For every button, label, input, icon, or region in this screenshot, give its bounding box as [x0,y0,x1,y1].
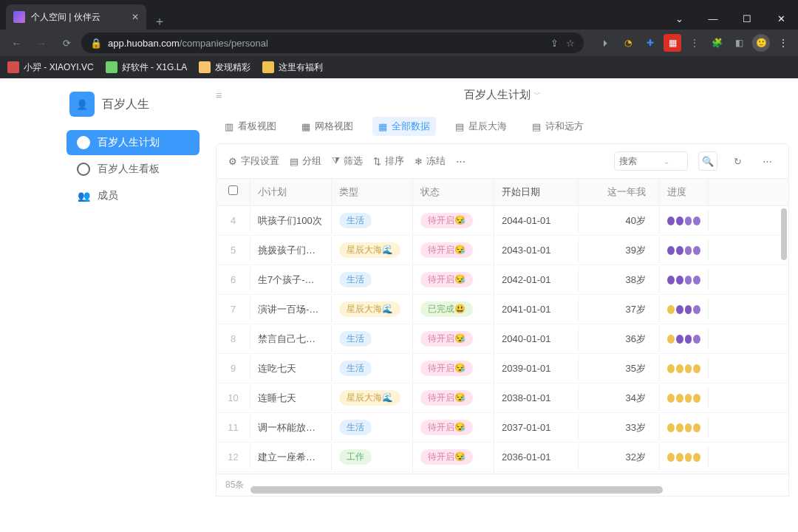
window-minimize-button[interactable]: — [696,7,730,30]
bookmark-label: 好软件 - X1G.LA [122,61,188,74]
new-tab-button[interactable]: ＋ [146,14,173,30]
window-close-button[interactable]: ✕ [764,7,798,30]
window-maximize-button[interactable]: ☐ [730,7,764,30]
lock-icon: 🔒 [90,38,102,49]
bookmark-favicon-icon [106,61,117,73]
bookmark-favicon-icon [262,61,274,73]
ext-icon-3[interactable]: ✚ [641,34,659,52]
share-icon[interactable]: ⇪ [550,38,559,49]
url-text: app.huoban.com/companies/personal [108,38,268,49]
bookmarks-bar: 小羿 - XIAOYI.VC 好软件 - X1G.LA 发现精彩 这里有福利 [0,56,798,78]
tab-favicon-icon [13,11,25,23]
star-icon[interactable]: ☆ [566,38,575,49]
bookmark-item[interactable]: 发现精彩 [199,61,250,74]
avatar-icon[interactable]: 🙂 [752,34,770,52]
address-bar[interactable]: 🔒 app.huoban.com/companies/personal ⇪ ☆ [81,33,584,53]
chevron-down-icon[interactable]: ⌄ [662,7,696,30]
bookmark-item[interactable]: 好软件 - X1G.LA [106,61,188,74]
ext-icon-4[interactable]: ▦ [664,34,681,52]
reload-button[interactable]: ⟳ [56,33,77,53]
bookmark-item[interactable]: 小羿 - XIAOYI.VC [7,61,94,74]
forward-button[interactable]: → [31,33,52,53]
tab-title: 个人空间 | 伙伴云 [31,11,100,24]
bookmark-label: 小羿 - XIAOYI.VC [24,61,94,74]
bookmark-label: 这里有福利 [279,61,323,74]
bookmark-favicon-icon [199,61,211,73]
ext-icon-6[interactable]: ◧ [730,34,748,52]
ext-icon-5[interactable]: ⋮ [686,34,703,52]
bookmark-favicon-icon [7,61,19,73]
menu-icon[interactable]: ⋮ [774,34,792,52]
close-tab-icon[interactable]: ✕ [132,12,139,22]
browser-tab[interactable]: 个人空间 | 伙伴云 ✕ [6,4,146,30]
extensions-icon[interactable]: 🧩 [708,34,726,52]
bookmark-label: 发现精彩 [215,61,250,74]
bookmark-item[interactable]: 这里有福利 [262,61,323,74]
ext-icon-1[interactable]: ⏵ [597,34,615,52]
ext-icon-2[interactable]: ◔ [619,34,637,52]
back-button[interactable]: ← [6,33,27,53]
